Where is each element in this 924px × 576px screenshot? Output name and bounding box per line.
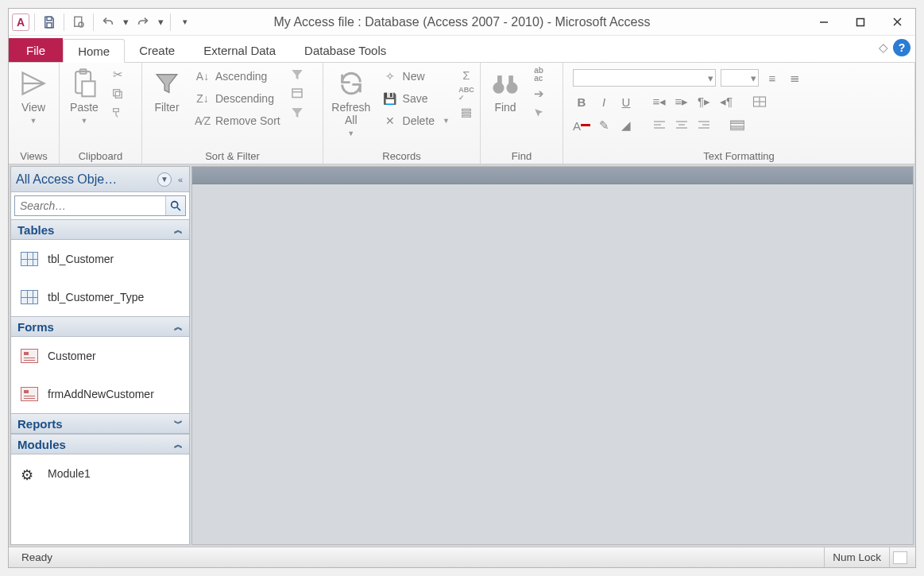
redo-dropdown-icon[interactable]: ▾	[156, 13, 165, 32]
save-icon[interactable]	[40, 13, 59, 32]
collapse-up-icon[interactable]: ︽	[174, 224, 183, 236]
help-icon[interactable]: ?	[893, 39, 910, 56]
search-input[interactable]	[15, 196, 165, 215]
underline-button[interactable]: U	[617, 93, 635, 110]
rtl-icon[interactable]: ◂¶	[717, 93, 735, 110]
descending-button[interactable]: Z↓Descending	[191, 88, 284, 109]
nav-collapse-icon[interactable]: «	[176, 175, 184, 184]
select-icon[interactable]	[530, 104, 547, 122]
cat-tables-label: Tables	[17, 223, 54, 237]
ltr-icon[interactable]: ¶▸	[695, 93, 713, 110]
font-color-icon[interactable]: A	[573, 117, 590, 134]
highlight-icon[interactable]: ✎	[595, 117, 613, 134]
cat-reports[interactable]: Reports ︾	[11, 413, 189, 434]
alt-row-color-icon[interactable]	[729, 117, 746, 134]
nav-item-form[interactable]: frmAddNewCustomer	[11, 375, 189, 413]
copy-icon[interactable]	[109, 85, 126, 102]
bullets-icon[interactable]: ≡	[764, 69, 781, 87]
tab-create[interactable]: Create	[125, 38, 189, 62]
align-right-icon[interactable]	[695, 117, 713, 134]
undo-dropdown-icon[interactable]: ▾	[121, 13, 130, 32]
remove-sort-icon: A⁄Z	[195, 114, 211, 127]
cat-forms[interactable]: Forms ︽	[11, 316, 189, 337]
tab-file[interactable]: File	[9, 38, 63, 62]
close-button[interactable]	[879, 10, 915, 34]
expand-down-icon[interactable]: ︾	[174, 418, 183, 430]
group-sort-label: Sort & Filter	[147, 149, 318, 162]
more-records-icon[interactable]	[458, 104, 475, 122]
maximize-button[interactable]	[842, 10, 879, 34]
indent-increase-icon[interactable]: ≡▸	[673, 93, 690, 110]
find-button[interactable]: Find	[485, 66, 525, 142]
qat-customize-icon[interactable]: ▾	[176, 13, 195, 32]
selection-filter-icon[interactable]	[288, 66, 306, 83]
redo-icon[interactable]	[133, 13, 153, 32]
refresh-all-button[interactable]: Refresh All ▼	[328, 66, 374, 142]
align-left-icon[interactable]	[651, 117, 668, 134]
font-family-combo[interactable]: ▾	[573, 69, 716, 87]
remove-sort-button[interactable]: A⁄ZRemove Sort	[191, 110, 284, 131]
bold-button[interactable]: B	[573, 93, 590, 110]
minimize-button[interactable]	[806, 10, 842, 34]
svg-rect-13	[292, 89, 302, 98]
app-icon[interactable]: A	[12, 14, 29, 31]
svg-rect-16	[462, 112, 471, 114]
svg-rect-0	[47, 17, 52, 21]
view-button[interactable]: View ▼	[14, 66, 53, 142]
view-shortcut-icon[interactable]	[893, 551, 907, 564]
ascending-label: Ascending	[215, 70, 267, 83]
sort-asc-icon: A↓	[195, 70, 211, 83]
new-icon: ✧	[382, 70, 398, 83]
nav-item-label: Module1	[48, 467, 91, 480]
undo-icon[interactable]	[99, 13, 118, 32]
filter-icon	[153, 69, 181, 98]
delete-record-button[interactable]: ✕Delete▼	[379, 110, 453, 131]
search-icon[interactable]	[165, 196, 185, 215]
gridlines-icon[interactable]	[751, 93, 768, 110]
print-preview-icon[interactable]	[69, 13, 88, 32]
nav-header[interactable]: All Access Obje… ▼ «	[11, 167, 189, 192]
advanced-filter-icon[interactable]	[288, 85, 306, 102]
workspace-header	[192, 167, 913, 184]
svg-rect-36	[731, 126, 744, 129]
tab-database-tools[interactable]: Database Tools	[290, 38, 400, 62]
cat-tables[interactable]: Tables ︽	[11, 219, 189, 240]
goto-icon[interactable]: ➔	[530, 85, 547, 102]
indent-decrease-icon[interactable]: ≡◂	[651, 93, 668, 110]
numbering-icon[interactable]: ≣	[786, 69, 803, 87]
tab-external-data[interactable]: External Data	[189, 38, 290, 62]
nav-item-module[interactable]: ⚙ Module1	[11, 454, 189, 493]
replace-icon[interactable]: abac	[530, 66, 547, 83]
ascending-button[interactable]: A↓Ascending	[191, 66, 284, 87]
new-record-button[interactable]: ✧New	[379, 66, 453, 87]
format-painter-icon[interactable]	[109, 104, 126, 122]
collapse-up-icon[interactable]: ︽	[174, 321, 183, 333]
spelling-icon[interactable]: ABC✓	[458, 85, 475, 102]
align-center-icon[interactable]	[673, 117, 690, 134]
svg-rect-11	[115, 91, 122, 98]
collapse-up-icon[interactable]: ︽	[174, 439, 183, 450]
fill-color-icon[interactable]: ◢	[617, 117, 635, 134]
nav-item-form[interactable]: Customer	[11, 337, 189, 375]
descending-label: Descending	[215, 92, 274, 105]
minimize-ribbon-icon[interactable]: ◇	[879, 41, 888, 55]
nav-item-table[interactable]: tbl_Customer_Type	[11, 278, 189, 316]
paste-button[interactable]: Paste ▼	[64, 66, 104, 142]
delete-label: Delete	[403, 114, 435, 127]
font-size-combo[interactable]: ▾	[721, 69, 759, 87]
totals-icon[interactable]: Σ	[458, 66, 475, 83]
group-find: Find abac ➔ Find	[481, 63, 563, 164]
filter-button[interactable]: Filter	[147, 66, 187, 142]
save-record-button[interactable]: 💾Save	[379, 88, 453, 109]
svg-rect-20	[497, 75, 502, 83]
find-label: Find	[494, 101, 516, 114]
navigation-pane: All Access Obje… ▼ « Tables ︽ tbl_Custom…	[10, 166, 190, 545]
cat-modules[interactable]: Modules ︽	[11, 434, 189, 454]
toggle-filter-icon[interactable]	[288, 104, 306, 122]
tab-home[interactable]: Home	[63, 39, 125, 63]
italic-button[interactable]: I	[595, 93, 613, 110]
nav-menu-icon[interactable]: ▼	[157, 172, 172, 187]
nav-item-table[interactable]: tbl_Customer	[11, 240, 189, 278]
cut-icon[interactable]: ✂	[109, 66, 126, 83]
binoculars-icon	[491, 69, 520, 98]
